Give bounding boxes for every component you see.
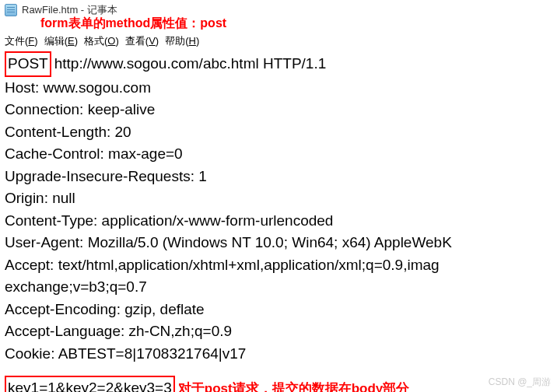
body-annotation: 对于post请求，提交的数据在body部分 (178, 379, 410, 393)
header-line: Origin: null (5, 187, 552, 210)
menubar: 文件(F) 编辑(E) 格式(O) 查看(V) 帮助(H) (0, 33, 557, 50)
request-url: http://www.sogou.com/abc.html HTTP/1.1 (54, 53, 327, 75)
menu-format[interactable]: 格式(O) (84, 34, 119, 48)
request-body-box: key1=1&key2=2&key3=3 (5, 376, 175, 392)
menu-file[interactable]: 文件(F) (5, 34, 38, 48)
header-line: Accept-Language: zh-CN,zh;q=0.9 (5, 320, 552, 343)
text-content[interactable]: POST http://www.sogou.com/abc.html HTTP/… (0, 50, 557, 392)
menu-help[interactable]: 帮助(H) (165, 34, 199, 48)
request-line: POST http://www.sogou.com/abc.html HTTP/… (5, 51, 552, 77)
header-line: Upgrade-Insecure-Requests: 1 (5, 166, 552, 188)
header-line: Accept: text/html,application/xhtml+xml,… (5, 254, 552, 277)
header-line: exchange;v=b3;q=0.7 (5, 276, 552, 299)
watermark: CSDN @_周游 (489, 376, 551, 389)
notepad-icon (5, 4, 17, 16)
menu-view[interactable]: 查看(V) (125, 34, 159, 48)
header-line: Connection: keep-alive (5, 99, 552, 121)
body-line: key1=1&key2=2&key3=3 对于post请求，提交的数据在body… (5, 376, 552, 392)
header-line: Content-Length: 20 (5, 121, 552, 144)
http-method-box: POST (5, 51, 51, 77)
header-line: Content-Type: application/x-www-form-url… (5, 210, 552, 233)
menu-edit[interactable]: 编辑(E) (44, 34, 78, 48)
header-line: Accept-Encoding: gzip, deflate (5, 299, 552, 321)
header-line: Cache-Control: max-age=0 (5, 143, 552, 166)
header-line: User-Agent: Mozilla/5.0 (Windows NT 10.0… (5, 232, 552, 254)
header-line: Cookie: ABTEST=8|1708321764|v17 (5, 343, 552, 366)
header-line: Host: www.sogou.com (5, 77, 552, 100)
method-annotation: form表单的method属性值：post (40, 16, 226, 32)
